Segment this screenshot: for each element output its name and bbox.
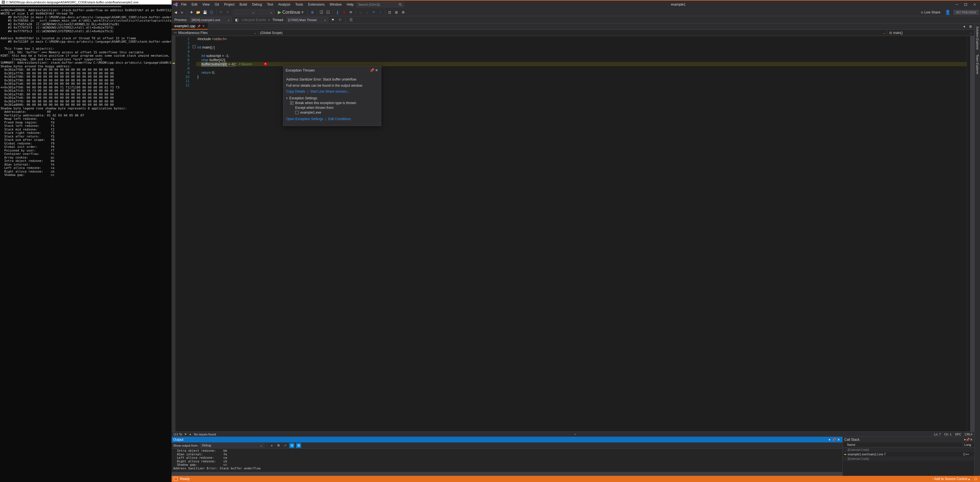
nav-back-button[interactable]: ◀: [173, 10, 178, 15]
misc3-button[interactable]: ⚙: [400, 10, 406, 15]
team-explorer-tab[interactable]: Team Explorer: [975, 53, 980, 76]
exception-settings-toggle-icon[interactable]: ▾: [286, 96, 288, 101]
callstack-header[interactable]: Call Stack ▾ 📌 ✕: [843, 437, 974, 442]
step-over-button[interactable]: ↷: [371, 10, 377, 15]
breakpoint-margin[interactable]: ➡: [172, 36, 175, 431]
close-tab-icon[interactable]: ✕: [202, 24, 205, 28]
step-into-button[interactable]: ↓: [364, 10, 370, 15]
line-indicator[interactable]: Ln: 7: [934, 433, 941, 436]
callstack-close-button[interactable]: ✕: [970, 438, 973, 442]
notifications-button[interactable]: ☖: [973, 477, 978, 481]
show-next-stmt-button[interactable]: →: [357, 10, 363, 15]
console-output[interactable]: ========================================…: [0, 5, 172, 482]
step-group2-button[interactable]: ⿳: [325, 10, 331, 15]
zoom-level[interactable]: 111 %: [173, 433, 182, 436]
edit-conditions-link[interactable]: Edit Conditions: [328, 117, 351, 121]
menu-analyze[interactable]: Analyze: [276, 2, 293, 8]
menu-edit[interactable]: Edit: [189, 2, 200, 8]
debug-target-button[interactable]: 🖥: [309, 10, 315, 15]
eol-indicator[interactable]: CRLF: [964, 433, 973, 436]
pause-button[interactable]: ‖: [335, 10, 340, 15]
continue-button[interactable]: ▶ Continue ▾: [275, 9, 306, 16]
flag1-button[interactable]: ⚑: [331, 18, 336, 22]
stop-button[interactable]: ■: [341, 10, 347, 15]
platform-combo[interactable]: ⌄: [258, 10, 274, 15]
menu-file[interactable]: File: [179, 2, 189, 8]
save-all-button[interactable]: ⿻: [209, 10, 215, 15]
stack-frame-button[interactable]: ☷: [349, 18, 354, 22]
nav-function-combo[interactable]: ⊞ main() ⌄: [888, 31, 974, 35]
search-box[interactable]: Search (Ctrl+Q): [356, 2, 404, 7]
output-source-combo[interactable]: Debug ⌄: [200, 443, 264, 448]
output-toggle2-button[interactable]: ⊞: [296, 443, 301, 448]
output-header[interactable]: Output ▾ 📌 ✕: [172, 437, 842, 442]
break-checkbox[interactable]: ✔: [290, 101, 293, 105]
tab-settings-button[interactable]: ⚙: [968, 24, 973, 29]
pin-icon[interactable]: 📌: [197, 25, 200, 28]
fold-toggle[interactable]: −: [192, 45, 196, 48]
feedback-button[interactable]: 👤: [943, 10, 952, 15]
issues-label[interactable]: No issues found: [194, 433, 216, 436]
maximize-button[interactable]: [961, 2, 970, 8]
flag2-button[interactable]: ⚐: [338, 18, 343, 22]
menu-project[interactable]: Project: [222, 2, 237, 8]
output-toggle1-button[interactable]: ⊟: [289, 443, 294, 448]
copy-details-link[interactable]: Copy Details: [286, 89, 305, 93]
nav-class-combo[interactable]: (Global Scope) ⌄: [258, 31, 888, 35]
overview-ruler[interactable]: [967, 36, 970, 431]
close-button[interactable]: [970, 2, 979, 8]
open-exception-settings-link[interactable]: Open Exception Settings: [286, 117, 323, 121]
output-pin-button[interactable]: 📌: [832, 437, 836, 442]
code-editor[interactable]: ➡ 1 2 3 4 5 6 7 8 9 10 11 12: [172, 36, 974, 431]
new-item-button[interactable]: ✚: [189, 10, 194, 15]
fold-column[interactable]: −: [192, 36, 196, 431]
output-clear-button[interactable]: ≡: [269, 443, 274, 448]
step-out-button[interactable]: ↑: [378, 10, 383, 15]
output-wrap-button[interactable]: ⤶: [283, 443, 288, 448]
nav-scope-combo[interactable]: ++ Miscellaneous Files ⌄: [172, 31, 258, 35]
pin-popup-button[interactable]: 📌: [370, 68, 374, 72]
vertical-scrollbar[interactable]: [970, 36, 974, 431]
menu-build[interactable]: Build: [237, 2, 250, 8]
menu-help[interactable]: Help: [345, 2, 356, 8]
code-text[interactable]: #include <stdio.h> int main() { int subs…: [196, 36, 967, 431]
spaces-indicator[interactable]: SPC: [955, 433, 961, 436]
resize-grip-icon[interactable]: ⋰: [378, 121, 380, 125]
save-button[interactable]: 💾: [202, 10, 208, 15]
callstack-row[interactable]: [External Code]: [843, 456, 974, 461]
process-combo[interactable]: [9824] example1.exe ⌄: [190, 17, 232, 22]
lifecycle-icon[interactable]: ◧: [234, 17, 240, 23]
close-popup-button[interactable]: ✕: [374, 68, 379, 72]
menu-view[interactable]: View: [200, 2, 212, 8]
callstack-row[interactable]: [External Code]: [843, 447, 974, 452]
live-share-button[interactable]: ⎋ Live Share: [920, 10, 942, 15]
step-group1-button[interactable]: ⿲: [319, 10, 325, 15]
restart-button[interactable]: ⟳: [348, 10, 354, 15]
output-h-scrollbar[interactable]: [172, 472, 842, 476]
misc2-button[interactable]: ⊞: [394, 10, 399, 15]
config-combo[interactable]: ⌄: [234, 10, 256, 15]
vs-logo-icon[interactable]: [173, 2, 178, 7]
tab-dropdown-button[interactable]: ▾: [961, 24, 967, 29]
menu-tools[interactable]: Tools: [293, 2, 305, 8]
menu-test[interactable]: Test: [265, 2, 275, 8]
menu-extensions[interactable]: Extensions: [306, 2, 327, 8]
error-badge-icon[interactable]: ✕: [264, 62, 267, 66]
open-button[interactable]: 📂: [196, 10, 201, 15]
callstack-row-current[interactable]: ➡ example1.exe!main() Line 7 C++: [843, 452, 974, 456]
output-dropdown-button[interactable]: ▾: [827, 437, 832, 442]
output-close-button[interactable]: ✕: [836, 437, 841, 442]
console-title-bar[interactable]: C:\MSDN\cpp-docs-pr\docs\c-language\ASAN…: [0, 0, 172, 5]
output-body[interactable]: Intra object redzone: bb ASan internal: …: [172, 448, 842, 472]
output-find-button[interactable]: ≣: [276, 443, 281, 448]
thread-combo[interactable]: [17592] Main Thread ⌄: [286, 17, 328, 22]
solution-explorer-tab[interactable]: Solution Explorer: [975, 25, 980, 52]
menu-git[interactable]: Git: [213, 2, 221, 8]
module-checkbox[interactable]: [295, 111, 299, 114]
menu-debug[interactable]: Debug: [250, 2, 264, 8]
minimize-button[interactable]: [953, 2, 961, 8]
start-liveshare-link[interactable]: Start Live Share session...: [310, 89, 350, 93]
menu-window[interactable]: Window: [328, 2, 344, 8]
vs-titlebar[interactable]: File Edit View Git Project Build Debug T…: [172, 0, 980, 8]
misc1-button[interactable]: ⊡: [387, 10, 393, 15]
